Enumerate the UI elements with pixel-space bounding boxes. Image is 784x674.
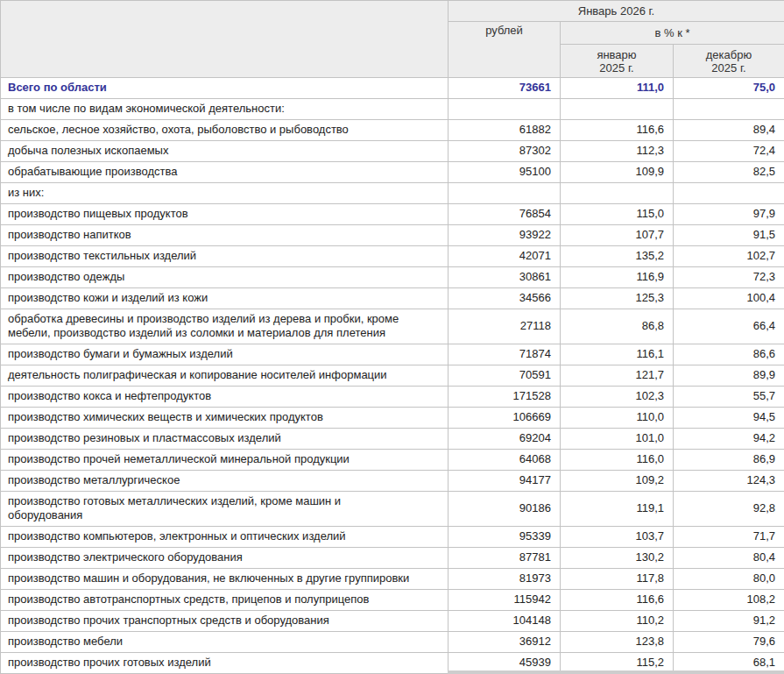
cell-percent-december: 89,4 (674, 120, 784, 141)
table-row: обработка древесины и производство издел… (1, 309, 784, 344)
table-row: производство металлургическое 94177 109,… (1, 471, 784, 492)
cell-percent-january: 121,7 (561, 365, 674, 387)
cell-rubles: 94177 (449, 471, 561, 492)
cell-percent-december: 92,8 (674, 492, 784, 527)
cell-rubles: 64068 (449, 450, 561, 471)
cell-percent-december: 89,9 (674, 365, 784, 387)
row-label: производство прочей неметаллической мине… (1, 450, 449, 471)
row-label: деятельность полиграфическая и копирован… (1, 365, 449, 387)
table-row: производство автотранспортных средств, п… (1, 590, 784, 611)
row-label: добыча полезных ископаемых (1, 141, 449, 162)
row-label: производство прочих готовых изделий (1, 653, 449, 674)
row-label: производство одежды (1, 267, 449, 288)
cell-rubles: 171528 (449, 387, 561, 408)
cell-percent-december: 75,0 (674, 78, 784, 99)
cell-percent-december: 91,5 (674, 225, 784, 246)
row-label: в том числе по видам экономической деяте… (1, 99, 449, 120)
cell-rubles: 76854 (449, 204, 561, 225)
table-row: производство мебели 36912 123,8 79,6 (1, 632, 784, 653)
cell-percent-january: 86,8 (561, 309, 674, 344)
table-row: производство одежды 30861 116,9 72,3 (1, 267, 784, 288)
horizontal-scrollbar[interactable] (448, 670, 784, 674)
cell-percent-december: 72,3 (674, 267, 784, 288)
row-label: производство кожи и изделий из кожи (1, 288, 449, 309)
cell-percent-january: 119,1 (561, 492, 674, 527)
row-label: производство автотранспортных средств, п… (1, 590, 449, 611)
cell-percent-december: 108,2 (674, 590, 784, 611)
cell-percent-january: 125,3 (561, 288, 674, 309)
cell-percent-january: 112,3 (561, 141, 674, 162)
cell-percent-december: 55,7 (674, 387, 784, 408)
statistics-table-page: Январь 2026 г. рублей в % к * январю 202… (0, 0, 784, 674)
cell-percent-january: 116,1 (561, 344, 674, 365)
cell-percent-december: 86,9 (674, 450, 784, 471)
cell-percent-january: 117,8 (561, 569, 674, 590)
cell-rubles: 70591 (449, 365, 561, 387)
cell-rubles: 106669 (449, 408, 561, 429)
cell-percent-january: 130,2 (561, 548, 674, 569)
table-row: производство кокса и нефтепродуктов 1715… (1, 387, 784, 408)
cell-percent-january: 135,2 (561, 246, 674, 267)
cell-rubles: 73661 (449, 78, 561, 99)
table-row: в том числе по видам экономической деяте… (1, 99, 784, 120)
cell-rubles: 34566 (449, 288, 561, 309)
table-row: производство электрического оборудования… (1, 548, 784, 569)
cell-rubles: 93922 (449, 225, 561, 246)
table-row: производство химических веществ и химиче… (1, 408, 784, 429)
cell-rubles: 42071 (449, 246, 561, 267)
cell-percent-december: 79,6 (674, 632, 784, 653)
cell-rubles: 95100 (449, 162, 561, 183)
row-label: обработка древесины и производство издел… (1, 309, 449, 344)
cell-rubles (449, 99, 561, 120)
col-header-january-2025: январю 2025 г. (561, 45, 674, 78)
cell-percent-december: 102,7 (674, 246, 784, 267)
col-header-percent-group: в % к * (561, 22, 784, 45)
table-row: производство пищевых продуктов 76854 115… (1, 204, 784, 225)
col-header-period: Январь 2026 г. (449, 1, 784, 22)
cell-percent-december (674, 183, 784, 204)
cell-percent-january: 110,0 (561, 408, 674, 429)
row-label: производство напитков (1, 225, 449, 246)
row-label: производство мебели (1, 632, 449, 653)
cell-percent-december: 100,4 (674, 288, 784, 309)
row-label: производство машин и оборудования, не вк… (1, 569, 449, 590)
cell-rubles: 90186 (449, 492, 561, 527)
cell-percent-december: 91,2 (674, 611, 784, 632)
cell-rubles: 61882 (449, 120, 561, 141)
table-row: производство бумаги и бумажных изделий 7… (1, 344, 784, 365)
row-label: обрабатывающие производства (1, 162, 449, 183)
table-row: Всего по области 73661 111,0 75,0 (1, 78, 784, 99)
table-row: производство компьютеров, электронных и … (1, 527, 784, 548)
table-row: производство прочих транспортных средств… (1, 611, 784, 632)
table-row: обрабатывающие производства 95100 109,9 … (1, 162, 784, 183)
row-label: сельское, лесное хозяйство, охота, рыбол… (1, 120, 449, 141)
cell-percent-january (561, 183, 674, 204)
row-label: производство текстильных изделий (1, 246, 449, 267)
row-label: производство компьютеров, электронных и … (1, 527, 449, 548)
row-label: Всего по области (1, 78, 449, 99)
row-label: из них: (1, 183, 449, 204)
row-label: производство прочих транспортных средств… (1, 611, 449, 632)
row-label: производство бумаги и бумажных изделий (1, 344, 449, 365)
cell-percent-january: 110,2 (561, 611, 674, 632)
cell-percent-december (674, 99, 784, 120)
row-label: производство резиновых и пластмассовых и… (1, 429, 449, 450)
cell-percent-december: 94,2 (674, 429, 784, 450)
cell-percent-december: 94,5 (674, 408, 784, 429)
cell-rubles: 36912 (449, 632, 561, 653)
table-row: деятельность полиграфическая и копирован… (1, 365, 784, 387)
cell-percent-december: 124,3 (674, 471, 784, 492)
table-row: производство прочей неметаллической мине… (1, 450, 784, 471)
cell-percent-january: 109,9 (561, 162, 674, 183)
table-row: из них: (1, 183, 784, 204)
table-row: производство текстильных изделий 42071 1… (1, 246, 784, 267)
cell-percent-december: 80,4 (674, 548, 784, 569)
cell-percent-january: 116,6 (561, 590, 674, 611)
cell-rubles: 95339 (449, 527, 561, 548)
cell-rubles: 81973 (449, 569, 561, 590)
table-row: сельское, лесное хозяйство, охота, рыбол… (1, 120, 784, 141)
cell-percent-january: 116,0 (561, 450, 674, 471)
cell-percent-december: 97,9 (674, 204, 784, 225)
cell-rubles: 87781 (449, 548, 561, 569)
col-header-december-2025: декабрю 2025 г. (674, 45, 784, 78)
